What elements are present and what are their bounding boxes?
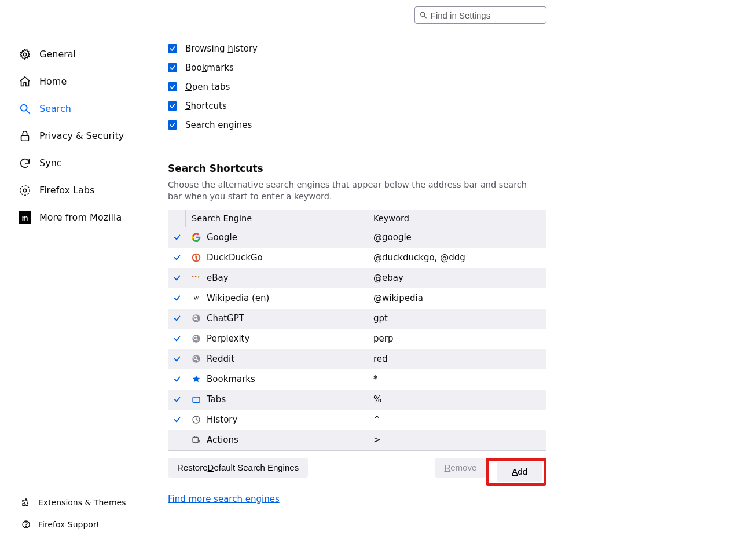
row-checkbox[interactable] — [168, 410, 186, 430]
sidebar-nav: General Home Search Privacy & Security S… — [19, 41, 152, 231]
table-row[interactable]: Tabs% — [168, 390, 546, 410]
checked-icon — [173, 355, 181, 363]
row-checkbox[interactable] — [168, 268, 186, 288]
sidebar-item-privacy[interactable]: Privacy & Security — [19, 122, 152, 149]
svg-point-7 — [20, 185, 30, 195]
checkbox-label: Open tabs — [185, 82, 230, 92]
sidebar-bottom-label: Firefox Support — [38, 520, 100, 529]
table-row[interactable]: WWikipedia (en)@wikipedia — [168, 288, 546, 309]
svg-rect-27 — [193, 437, 198, 442]
table-row[interactable]: Bookmarks* — [168, 369, 546, 390]
engine-keyword[interactable]: % — [366, 390, 546, 410]
engine-keyword[interactable]: * — [366, 369, 546, 390]
checked-icon — [173, 395, 181, 403]
row-checkbox[interactable] — [168, 227, 186, 248]
table-row[interactable]: ebayeBay@ebay — [168, 268, 546, 288]
help-icon — [21, 519, 31, 530]
settings-search[interactable] — [414, 6, 546, 24]
sidebar-extensions[interactable]: Extensions & Themes — [21, 491, 154, 513]
checkbox-open-tabs[interactable]: Open tabs — [168, 82, 546, 92]
table-row[interactable]: Redditred — [168, 349, 546, 369]
engine-keyword[interactable]: @wikipedia — [366, 288, 546, 309]
engine-favicon: ebay — [192, 273, 201, 282]
row-checkbox[interactable] — [168, 248, 186, 268]
find-more-link[interactable]: Find more search engines — [168, 494, 280, 504]
settings-search-input[interactable] — [431, 10, 541, 20]
search-icon — [420, 11, 427, 19]
table-row[interactable]: ChatGPTgpt — [168, 309, 546, 329]
row-checkbox[interactable] — [168, 329, 186, 349]
column-header-keyword[interactable]: Keyword — [366, 210, 546, 227]
table-row[interactable]: Google@google — [168, 227, 546, 248]
engine-favicon — [192, 253, 201, 262]
row-checkbox[interactable] — [168, 309, 186, 329]
checked-icon — [173, 233, 181, 241]
table-body: Google@googleDuckDuckGo@duckduckgo, @ddg… — [168, 227, 546, 450]
engine-name: Reddit — [207, 354, 234, 364]
column-header-engine[interactable]: Search Engine — [186, 210, 366, 227]
engine-favicon — [192, 233, 201, 242]
checkbox-checked-icon — [168, 120, 177, 130]
table-row[interactable]: Actions> — [168, 430, 546, 450]
checkbox-shortcuts[interactable]: Shortcuts — [168, 101, 546, 111]
sidebar-item-label: Firefox Labs — [39, 185, 94, 196]
engine-keyword[interactable]: ^ — [366, 410, 546, 430]
svg-point-19 — [192, 335, 200, 342]
home-icon — [19, 75, 31, 88]
sync-icon — [19, 157, 31, 170]
svg-point-11 — [25, 526, 26, 527]
checked-icon — [173, 335, 181, 343]
checked-icon — [173, 416, 181, 424]
sidebar-item-general[interactable]: General — [19, 41, 152, 68]
lock-icon — [19, 130, 31, 142]
sidebar-item-label: Privacy & Security — [39, 130, 124, 141]
engine-keyword[interactable]: @duckduckgo, @ddg — [366, 248, 546, 268]
row-checkbox[interactable] — [168, 288, 186, 309]
table-row[interactable]: DuckDuckGo@duckduckgo, @ddg — [168, 248, 546, 268]
engine-keyword[interactable]: @google — [366, 227, 546, 248]
row-checkbox[interactable] — [168, 349, 186, 369]
engine-name: eBay — [207, 273, 229, 283]
svg-text:W: W — [193, 295, 199, 301]
row-checkbox[interactable] — [168, 430, 186, 450]
engine-name: DuckDuckGo — [207, 252, 263, 263]
engine-keyword[interactable]: red — [366, 349, 546, 369]
sidebar-item-label: Search — [39, 103, 71, 114]
labs-icon — [19, 184, 31, 197]
restore-defaults-button[interactable]: Restore Default Search Engines — [168, 458, 308, 478]
engine-name: Bookmarks — [207, 374, 255, 384]
engine-keyword[interactable]: > — [366, 430, 546, 450]
checked-icon — [173, 314, 181, 322]
sidebar-item-sync[interactable]: Sync — [19, 149, 152, 177]
engine-favicon — [192, 354, 201, 364]
sidebar-item-labs[interactable]: Firefox Labs — [19, 177, 152, 204]
add-button[interactable]: Add — [497, 462, 542, 482]
checked-icon — [173, 294, 181, 302]
row-checkbox[interactable] — [168, 390, 186, 410]
mozilla-icon: m — [19, 211, 31, 224]
engine-favicon: W — [192, 293, 201, 303]
engine-keyword[interactable]: perp — [366, 329, 546, 349]
sidebar-support[interactable]: Firefox Support — [21, 513, 154, 535]
table-buttons: Restore Default Search Engines Remove Ad… — [168, 458, 546, 486]
table-row[interactable]: History^ — [168, 410, 546, 430]
engine-keyword[interactable]: @ebay — [366, 268, 546, 288]
engine-keyword[interactable]: gpt — [366, 309, 546, 329]
row-checkbox[interactable] — [168, 369, 186, 390]
checkbox-checked-icon — [168, 63, 177, 72]
engine-name: Perplexity — [207, 333, 249, 344]
svg-text:ebay: ebay — [192, 274, 200, 278]
checkbox-bookmarks[interactable]: Bookmarks — [168, 63, 546, 73]
sidebar-item-home[interactable]: Home — [19, 68, 152, 95]
svg-text:m: m — [22, 214, 28, 222]
svg-point-6 — [23, 189, 27, 192]
engine-name: Actions — [207, 435, 238, 445]
svg-point-3 — [21, 104, 27, 111]
table-row[interactable]: Perplexityperp — [168, 329, 546, 349]
checkbox-browsing-history[interactable]: Browsing history — [168, 43, 546, 54]
checkbox-search-engines[interactable]: Search engines — [168, 120, 546, 130]
search-engine-table: Search Engine Keyword Google@googleDuckD… — [168, 210, 546, 451]
sidebar-item-mozilla[interactable]: m More from Mozilla — [19, 204, 152, 231]
sidebar-item-search[interactable]: Search — [19, 95, 152, 122]
table-header: Search Engine Keyword — [168, 210, 546, 227]
